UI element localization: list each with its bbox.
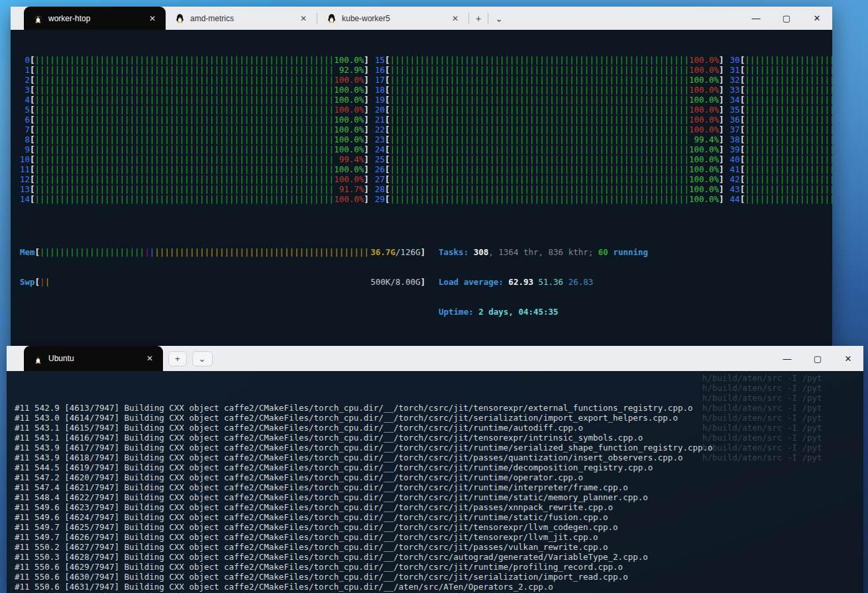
log-line: #11 550.6 [4630/7947] Building CXX objec… <box>15 572 863 582</box>
tab-close-icon[interactable]: ✕ <box>449 13 462 25</box>
tab-ubuntu[interactable]: Ubuntu ✕ <box>24 346 163 371</box>
swap-bar: || <box>40 277 370 287</box>
cpu-meter-4: 4[||||||||||||||||||||||||||||||||||||||… <box>20 95 369 105</box>
tab-dropdown-button[interactable]: ⌄ <box>192 351 213 366</box>
cpu-meter-16: 16[|||||||||||||||||||||||||||||||||||||… <box>375 65 724 75</box>
cpu-meter-32: 32[|||||||||||||||||||||||||||||||||||||… <box>730 75 832 85</box>
tux-icon <box>175 13 185 23</box>
cpu-meter-22: 22[|||||||||||||||||||||||||||||||||||||… <box>375 125 724 135</box>
cpu-meter-29: 29[|||||||||||||||||||||||||||||||||||||… <box>375 194 724 204</box>
log-line: #11 543.1 [4616/7947] Building CXX objec… <box>15 433 863 443</box>
cpu-meter-43: 43[|||||||||||||||||||||||||||||||||||||… <box>730 184 832 194</box>
tab-label: worker-htop <box>48 14 90 23</box>
tab-close-icon[interactable]: ✕ <box>146 13 159 25</box>
tab-label: amd-metrics <box>190 14 234 23</box>
log-line: #11 549.7 [4625/7947] Building CXX objec… <box>15 522 863 532</box>
tab-amd-metrics[interactable]: amd-metrics ✕ <box>166 7 317 30</box>
cpu-meter-31: 31[|||||||||||||||||||||||||||||||||||||… <box>730 65 832 75</box>
cpu-meter-23: 23[|||||||||||||||||||||||||||||||||||||… <box>375 135 724 144</box>
tab-dropdown-button[interactable]: ⌄ <box>488 12 510 25</box>
maximize-button[interactable]: ▢ <box>802 346 833 371</box>
cpu-meter-28: 28[|||||||||||||||||||||||||||||||||||||… <box>375 184 724 194</box>
memory-bar: ||||||||||||||||||||||||||||||||||||||||… <box>40 247 370 257</box>
log-line: #11 549.6 [4624/7947] Building CXX objec… <box>15 512 863 522</box>
log-line: #11 543.1 [4615/7947] Building CXX objec… <box>15 423 863 433</box>
window-controls: — ▢ ✕ <box>741 7 832 30</box>
titlebar-spacer <box>7 346 24 371</box>
cpu-meter-6: 6[||||||||||||||||||||||||||||||||||||||… <box>20 115 369 125</box>
minimize-button[interactable]: — <box>772 346 802 371</box>
log-line: #11 543.9 [4618/7947] Building CXX objec… <box>15 453 863 462</box>
cpu-meter-36: 36[|||||||||||||||||||||||||||||||||||||… <box>730 115 832 125</box>
cpu-meter-34: 34[|||||||||||||||||||||||||||||||||||||… <box>730 95 832 105</box>
cpu-meter-25: 25[|||||||||||||||||||||||||||||||||||||… <box>375 154 724 164</box>
titlebar-spacer <box>11 7 24 30</box>
cpu-meter-11: 11[|||||||||||||||||||||||||||||||||||||… <box>20 164 369 174</box>
tab-label: Ubuntu <box>48 354 74 363</box>
cpu-meter-7: 7[||||||||||||||||||||||||||||||||||||||… <box>20 125 369 135</box>
log-line: #11 542.9 [4613/7947] Building CXX objec… <box>15 403 863 413</box>
log-line: #11 543.9 [4617/7947] Building CXX objec… <box>15 443 863 453</box>
cpu-meter-21: 21[|||||||||||||||||||||||||||||||||||||… <box>375 115 724 125</box>
log-line: #11 543.0 [4614/7947] Building CXX objec… <box>15 413 863 423</box>
cpu-meter-38: 38[|||||||||||||||||||||||||||||||||||||… <box>730 135 832 144</box>
cpu-meter-44: 44[|||||||||||||||||||||||||||||||||||||… <box>730 194 832 204</box>
cpu-meter-19: 19[|||||||||||||||||||||||||||||||||||||… <box>375 95 724 105</box>
log-line: #11 548.4 [4622/7947] Building CXX objec… <box>15 492 863 502</box>
memory-meter: Mem[||||||||||||||||||||||||||||||||||||… <box>20 247 425 257</box>
log-line: #11 550.6 [4629/7947] Building CXX objec… <box>15 562 863 572</box>
cpu-meter-18: 18[|||||||||||||||||||||||||||||||||||||… <box>375 85 724 95</box>
log-line: #11 544.5 [4619/7947] Building CXX objec… <box>15 462 863 472</box>
close-button[interactable]: ✕ <box>802 7 832 30</box>
cpu-meter-37: 37[|||||||||||||||||||||||||||||||||||||… <box>730 125 832 135</box>
cpu-meter-39: 39[|||||||||||||||||||||||||||||||||||||… <box>730 144 832 154</box>
tab-close-icon[interactable]: ✕ <box>297 13 310 25</box>
load-average-line: Load average: 62.93 51.36 26.83 <box>439 277 648 287</box>
tab-close-icon[interactable]: ✕ <box>143 352 156 364</box>
new-tab-button[interactable]: + <box>168 351 187 366</box>
cpu-meter-10: 10[|||||||||||||||||||||||||||||||||||||… <box>20 154 369 164</box>
cpu-meter-20: 20[|||||||||||||||||||||||||||||||||||||… <box>375 105 724 115</box>
tab-worker-htop[interactable]: worker-htop ✕ <box>24 7 166 30</box>
log-line: #11 549.6 [4623/7947] Building CXX objec… <box>15 502 863 512</box>
cpu-meter-42: 42[|||||||||||||||||||||||||||||||||||||… <box>730 174 832 184</box>
tux-icon <box>327 13 337 23</box>
htop-terminal-content[interactable]: 0[||||||||||||||||||||||||||||||||||||||… <box>11 30 832 347</box>
ubuntu-terminal-content[interactable]: h/build/aten/src -I /pyth/build/aten/src… <box>7 371 863 593</box>
cpu-meter-41: 41[|||||||||||||||||||||||||||||||||||||… <box>730 164 832 174</box>
memory-value: 36.7G/126G <box>370 247 420 257</box>
cpu-meter-35: 35[|||||||||||||||||||||||||||||||||||||… <box>730 105 832 115</box>
tab-label: kube-worker5 <box>342 14 390 23</box>
cpu-meter-26: 26[|||||||||||||||||||||||||||||||||||||… <box>375 164 724 174</box>
cpu-meter-13: 13[|||||||||||||||||||||||||||||||||||||… <box>20 184 369 194</box>
cpu-meter-9: 9[||||||||||||||||||||||||||||||||||||||… <box>20 144 369 154</box>
uptime-line: Uptime: 2 days, 04:45:35 <box>439 307 648 317</box>
cpu-meter-27: 27[|||||||||||||||||||||||||||||||||||||… <box>375 174 724 184</box>
tux-icon <box>33 13 43 23</box>
system-info: Tasks: 308, 1364 thr, 836 kthr; 60 runni… <box>439 227 648 337</box>
cpu-meter-30: 30[|||||||||||||||||||||||||||||||||||||… <box>730 55 832 65</box>
swap-meter: Swp[||500K/8.00G] <box>20 277 425 287</box>
cpu-meter-2: 2[||||||||||||||||||||||||||||||||||||||… <box>20 75 369 85</box>
window-controls: — ▢ ✕ <box>772 346 863 371</box>
new-tab-button[interactable]: + <box>469 12 488 25</box>
log-line: #11 549.7 [4626/7947] Building CXX objec… <box>15 532 863 542</box>
cpu-meter-24: 24[|||||||||||||||||||||||||||||||||||||… <box>375 144 724 154</box>
tux-icon <box>33 354 43 364</box>
cpu-meter-40: 40[|||||||||||||||||||||||||||||||||||||… <box>730 154 832 164</box>
cpu-meter-5: 5[||||||||||||||||||||||||||||||||||||||… <box>20 105 369 115</box>
cpu-meter-12: 12[|||||||||||||||||||||||||||||||||||||… <box>20 174 369 184</box>
close-button[interactable]: ✕ <box>833 346 863 371</box>
cpu-meter-14: 14[|||||||||||||||||||||||||||||||||||||… <box>20 194 369 204</box>
maximize-button[interactable]: ▢ <box>771 7 802 30</box>
window-ubuntu: Ubuntu ✕ + ⌄ — ▢ ✕ h/build/aten/src -I /… <box>7 346 863 593</box>
minimize-button[interactable]: — <box>741 7 771 30</box>
log-line: #11 550.2 [4627/7947] Building CXX objec… <box>15 542 863 552</box>
cpu-meter-17: 17[|||||||||||||||||||||||||||||||||||||… <box>375 75 724 85</box>
htop-titlebar[interactable]: worker-htop ✕ amd-metrics ✕ kube- <box>11 7 832 30</box>
tab-kube-worker5[interactable]: kube-worker5 ✕ <box>317 7 468 30</box>
cpu-meter-33: 33[|||||||||||||||||||||||||||||||||||||… <box>730 85 832 95</box>
swap-value: 500K/8.00G <box>370 277 420 287</box>
log-line: #11 550.3 [4628/7947] Building CXX objec… <box>15 552 863 562</box>
ubuntu-titlebar[interactable]: Ubuntu ✕ + ⌄ — ▢ ✕ <box>7 346 863 371</box>
